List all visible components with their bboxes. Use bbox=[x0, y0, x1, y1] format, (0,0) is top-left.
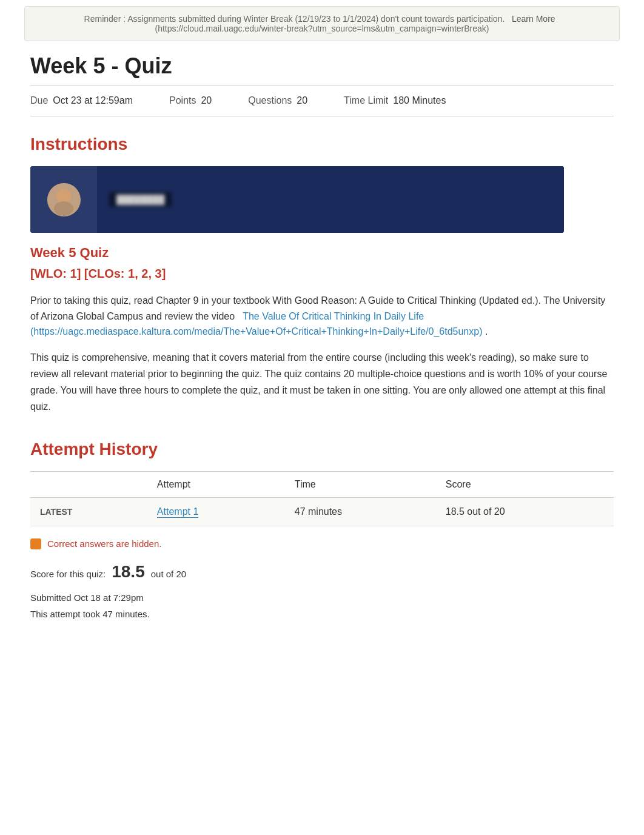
video-thumbnail[interactable]: ████████ bbox=[30, 166, 564, 233]
quiz-subtitle: Week 5 Quiz bbox=[30, 245, 614, 261]
questions-value: 20 bbox=[297, 95, 307, 106]
video-title-overlay: ████████ bbox=[109, 192, 172, 207]
avatar-svg bbox=[47, 183, 81, 216]
attempt-history-section: Attempt History Attempt Time Score LATES… bbox=[30, 440, 614, 622]
questions-label: Questions bbox=[248, 95, 292, 106]
col-tag bbox=[30, 471, 147, 497]
score-section: Score for this quiz: 18.5 out of 20 Subm… bbox=[30, 557, 614, 622]
attempt-number-cell: Attempt 1 bbox=[147, 497, 285, 526]
comprehensive-text: This quiz is comprehensive, meaning that… bbox=[30, 349, 614, 415]
meta-row: Due Oct 23 at 12:59am Points 20 Question… bbox=[30, 95, 614, 116]
video-link-text: The Value Of Critical Thinking In Daily … bbox=[243, 311, 424, 321]
video-url-link[interactable]: (https://uagc.mediaspace.kaltura.com/med… bbox=[30, 326, 485, 337]
points-value: 20 bbox=[201, 95, 212, 106]
points-label: Points bbox=[169, 95, 196, 106]
attempt-history-title: Attempt History bbox=[30, 440, 614, 459]
hidden-answers-text: Correct answers are hidden. bbox=[47, 538, 161, 549]
instructions-title: Instructions bbox=[30, 135, 614, 154]
table-row: LATEST Attempt 1 47 minutes 18.5 out of … bbox=[30, 497, 614, 526]
page-title: Week 5 - Quiz bbox=[30, 53, 614, 86]
due-label: Due bbox=[30, 95, 48, 106]
reminder-url: (https://cloud.mail.uagc.edu/winter-brea… bbox=[155, 24, 489, 33]
period: . bbox=[485, 326, 488, 337]
hidden-answers-box: Correct answers are hidden. bbox=[30, 538, 614, 549]
time-limit-value: 180 Minutes bbox=[393, 95, 446, 106]
score-line: Score for this quiz: 18.5 out of 20 bbox=[30, 557, 614, 587]
table-header-row: Attempt Time Score bbox=[30, 471, 614, 497]
score-label: Score for this quiz: bbox=[30, 566, 106, 582]
avatar-circle bbox=[47, 183, 81, 216]
main-content: Week 5 - Quiz Due Oct 23 at 12:59am Poin… bbox=[0, 53, 644, 622]
reminder-text: Reminder : Assignments submitted during … bbox=[84, 14, 505, 24]
attempt-took-text: This attempt took 47 minutes. bbox=[30, 606, 614, 622]
points-item: Points 20 bbox=[169, 95, 212, 106]
instructions-section: Instructions ████████ Week 5 Quiz [WLO bbox=[30, 135, 614, 415]
wlo-text: [WLO: 1] [CLOs: 1, 2, 3] bbox=[30, 267, 614, 281]
due-item: Due Oct 23 at 12:59am bbox=[30, 95, 133, 106]
video-link[interactable]: The Value Of Critical Thinking In Daily … bbox=[243, 311, 424, 321]
video-url-text: (https://uagc.mediaspace.kaltura.com/med… bbox=[30, 326, 482, 337]
attempt-link[interactable]: Attempt 1 bbox=[157, 506, 198, 518]
col-time: Time bbox=[285, 471, 436, 497]
submitted-text: Submitted Oct 18 at 7:29pm bbox=[30, 589, 614, 606]
warning-icon bbox=[30, 538, 41, 549]
svg-point-2 bbox=[54, 201, 73, 216]
instructions-body-1: Prior to taking this quiz, read Chapter … bbox=[30, 293, 614, 340]
attempt-table: Attempt Time Score LATEST Attempt 1 47 m… bbox=[30, 471, 614, 526]
video-left-panel bbox=[30, 166, 97, 233]
col-attempt: Attempt bbox=[147, 471, 285, 497]
questions-item: Questions 20 bbox=[248, 95, 307, 106]
attempt-score-cell: 18.5 out of 20 bbox=[436, 497, 614, 526]
time-limit-label: Time Limit bbox=[344, 95, 388, 106]
due-value: Oct 23 at 12:59am bbox=[53, 95, 133, 106]
video-right-panel: ████████ bbox=[97, 166, 564, 233]
score-out-of: out of 20 bbox=[151, 566, 186, 582]
attempt-time-cell: 47 minutes bbox=[285, 497, 436, 526]
learn-more-link[interactable]: Learn More bbox=[512, 14, 555, 24]
attempt-tag: LATEST bbox=[30, 497, 147, 526]
col-score: Score bbox=[436, 471, 614, 497]
score-big-value: 18.5 bbox=[112, 557, 145, 587]
time-limit-item: Time Limit 180 Minutes bbox=[344, 95, 446, 106]
reminder-bar: Reminder : Assignments submitted during … bbox=[24, 6, 620, 41]
latest-label: LATEST bbox=[40, 507, 72, 517]
